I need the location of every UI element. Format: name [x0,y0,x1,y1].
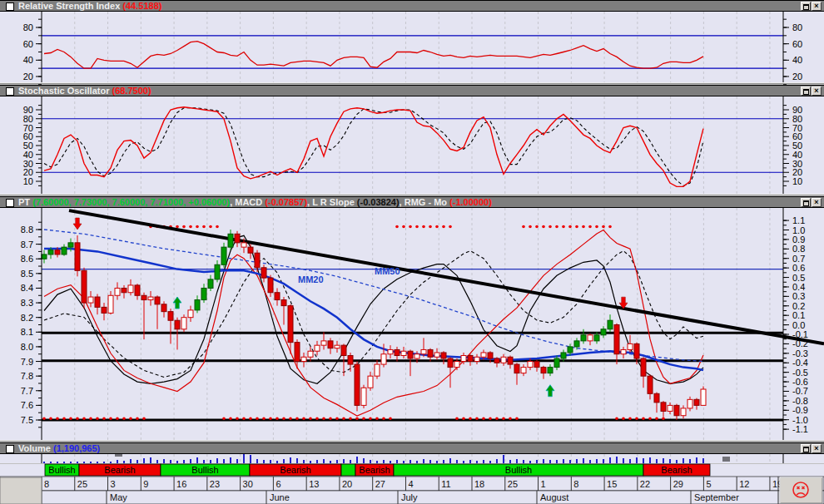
axis-label: 8.7 [21,240,33,250]
candle-body [315,345,320,351]
rmg-signal-dot [549,225,552,229]
rmg-signal-dot [515,417,519,420]
candle-body [608,320,613,329]
week-label: 25 [77,479,87,489]
rmg-signal-dot [82,417,86,420]
restore-icon[interactable] [801,444,811,453]
rmg-signal-dot [62,417,66,420]
candle-body [122,288,127,292]
candle-body [681,408,686,416]
axis-label: 80 [23,22,33,32]
rmg-signal-dot [555,225,558,229]
month-label: May [110,492,127,502]
axis-label: -0.2 [792,338,808,348]
rmg-signal-dot [395,225,399,229]
candle-body [648,376,653,393]
candle-body [568,347,573,353]
rmg-signal-dot [575,225,578,229]
axis-label: 10 [792,176,802,186]
rmg-signal-dot [562,225,565,229]
rmg-signal-dot [442,225,445,229]
band-label: Bullish [48,465,75,475]
rmg-signal-dot [349,417,352,420]
candle-body [581,335,586,341]
rmg-signal-dot [529,225,532,229]
candle-body [395,349,400,355]
restore-icon[interactable] [801,86,811,96]
candle-body [161,304,166,312]
rmg-signal-dot [335,417,339,420]
price-title-part: (-0.03824) [357,197,400,207]
candle-body [388,349,393,353]
axis-label: 0.4 [792,282,805,292]
candle-body [95,297,100,307]
candle-body [501,357,506,363]
axis-label: 8.8 [21,225,33,235]
rmg-signal-dot [535,225,539,229]
panel-checkbox[interactable] [6,2,14,11]
close-icon[interactable]: × [812,198,822,207]
week-label: 25 [508,479,518,489]
rmg-signal-dot [56,417,59,420]
week-label: 8 [573,479,578,489]
candle-body [275,293,280,300]
price-panel-titlebar: PT (7.60000, 7.73000, 7.60000, 7.71000, … [0,196,824,208]
rmg-signal-dot [295,417,299,420]
rmg-signal-dot [648,417,652,420]
rmg-signal-dot [422,225,425,229]
candle-body [135,285,140,295]
panel-title: Volume [18,443,51,453]
axis-label: 0.5 [792,273,805,283]
panel-checkbox[interactable] [6,87,14,96]
rmg-signal-dot [595,225,598,229]
rmg-signal-dot [475,417,479,420]
rmg-signal-dot [96,417,99,420]
candle-body [295,343,300,362]
week-label: 18 [474,479,484,489]
rmg-signal-dot [509,417,512,420]
rmg-signal-dot [142,417,146,420]
week-label: 5 [706,479,711,489]
candle-body [55,250,60,254]
candle-body [481,353,486,357]
restore-icon[interactable] [801,2,811,11]
rmg-signal-dot [495,417,499,420]
week-label: 12 [739,479,749,489]
axis-label: 8.6 [21,254,33,264]
candle-body [175,320,180,329]
candle-body [102,307,107,313]
close-icon[interactable]: × [812,86,822,96]
week-label: 15 [607,479,617,489]
panel-checkbox[interactable] [6,199,14,207]
rmg-signal-dot [542,225,545,229]
restore-icon[interactable] [801,198,811,207]
axis-label: 0.2 [792,301,805,311]
close-icon[interactable]: × [812,444,822,453]
candle-body [588,335,593,341]
band-label: Bearish [359,465,390,475]
rmg-signal-dot [229,417,232,420]
rmg-signal-dot [369,417,372,420]
rmg-signal-dot [176,225,179,229]
candle-body [594,335,599,341]
candle-body [641,358,646,376]
axis-label: -0.6 [792,377,808,387]
rmg-signal-dot [628,417,632,420]
candle-body [687,399,692,408]
candle-body [201,288,206,299]
rmg-signal-dot [136,417,139,420]
candle-body [241,243,246,247]
candle-body [574,341,579,347]
rmg-signal-dot [202,225,206,229]
week-label: 4 [408,479,413,489]
axis-label: 20 [23,72,33,82]
rmg-signal-dot [655,417,658,420]
panel-title: Stochastic Oscillator [18,86,109,96]
panel-checkbox[interactable] [6,445,14,453]
axis-label: 0.6 [792,263,805,273]
price-title-part: L R Slope [312,197,357,207]
axis-corner-box [0,477,42,504]
close-icon[interactable]: × [812,2,822,11]
week-label: 27 [375,479,385,489]
band-label: Bullish [191,465,218,475]
